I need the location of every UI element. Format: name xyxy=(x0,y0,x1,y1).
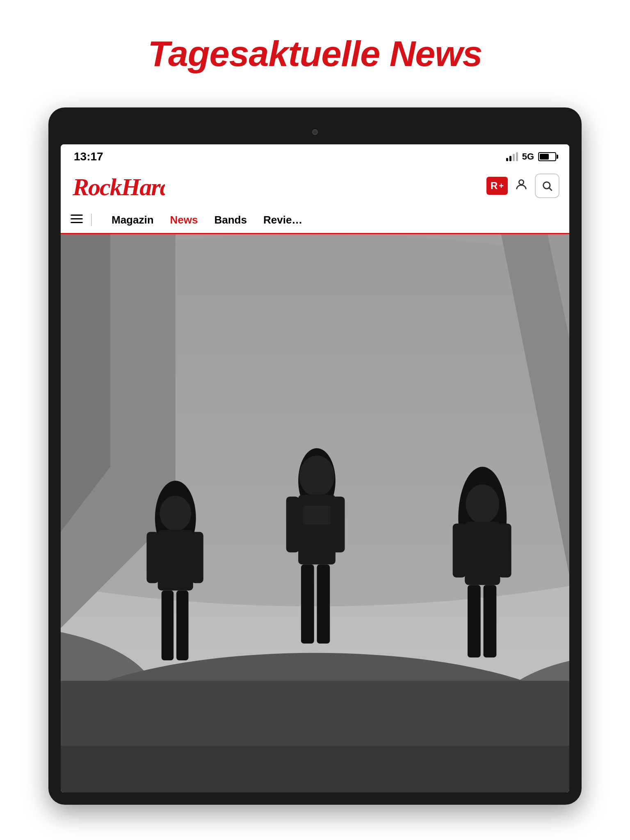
tablet-top-bezel xyxy=(61,120,569,144)
nav-bar: Magazin News Bands Revie… xyxy=(61,207,569,234)
status-indicators: 5G xyxy=(506,151,556,162)
svg-rect-4 xyxy=(71,215,83,216)
rockhard-logo-svg: RockHard xyxy=(71,171,165,200)
tablet-screen: 13:17 5G RockHard R xyxy=(61,144,569,792)
hamburger-menu[interactable] xyxy=(71,207,83,233)
page-title: Tagesaktuelle News xyxy=(148,33,482,75)
nav-item-magazin[interactable]: Magazin xyxy=(103,207,162,233)
svg-rect-28 xyxy=(176,591,188,660)
svg-rect-37 xyxy=(286,497,299,552)
svg-rect-35 xyxy=(301,564,314,644)
app-header: RockHard R + xyxy=(61,167,569,207)
svg-rect-36 xyxy=(317,564,330,644)
tablet-device: 13:17 5G RockHard R xyxy=(48,107,582,805)
svg-point-32 xyxy=(299,456,334,497)
svg-rect-27 xyxy=(162,591,173,660)
svg-rect-46 xyxy=(61,746,569,792)
user-icon[interactable] xyxy=(514,178,528,194)
svg-rect-44 xyxy=(453,523,466,578)
svg-rect-34 xyxy=(303,506,331,524)
battery-icon xyxy=(538,152,556,161)
status-bar: 13:17 5G xyxy=(61,144,569,167)
svg-rect-43 xyxy=(484,585,497,657)
battery-fill xyxy=(540,154,549,160)
rplus-button[interactable]: R + xyxy=(486,177,508,195)
svg-rect-5 xyxy=(71,218,83,219)
svg-rect-29 xyxy=(146,532,158,583)
svg-rect-30 xyxy=(191,532,203,583)
band-photo-svg xyxy=(61,234,569,792)
svg-rect-42 xyxy=(468,585,481,657)
status-time: 13:17 xyxy=(74,150,103,163)
svg-point-25 xyxy=(160,495,191,531)
nav-item-reviews[interactable]: Revie… xyxy=(255,207,310,233)
svg-rect-45 xyxy=(498,523,511,578)
svg-text:RockHard: RockHard xyxy=(72,173,165,200)
hero-section xyxy=(61,234,569,792)
rplus-label: R xyxy=(491,180,498,192)
nav-divider xyxy=(91,214,92,226)
svg-line-3 xyxy=(549,188,552,190)
search-button[interactable] xyxy=(535,173,559,198)
nav-item-bands[interactable]: Bands xyxy=(206,207,255,233)
header-actions: R + xyxy=(486,173,559,198)
svg-rect-41 xyxy=(465,522,500,585)
svg-point-1 xyxy=(519,180,523,184)
signal-icon xyxy=(506,152,518,161)
svg-rect-26 xyxy=(158,530,193,590)
svg-point-2 xyxy=(543,182,550,189)
nav-item-news[interactable]: News xyxy=(162,207,206,233)
svg-rect-6 xyxy=(71,222,83,223)
network-type: 5G xyxy=(522,151,534,162)
rplus-plus: + xyxy=(499,181,504,191)
svg-point-40 xyxy=(466,484,499,523)
camera-dot xyxy=(312,129,318,135)
hero-image xyxy=(61,234,569,792)
logo: RockHard xyxy=(71,171,165,200)
svg-rect-33 xyxy=(298,495,336,564)
svg-rect-38 xyxy=(332,497,345,552)
